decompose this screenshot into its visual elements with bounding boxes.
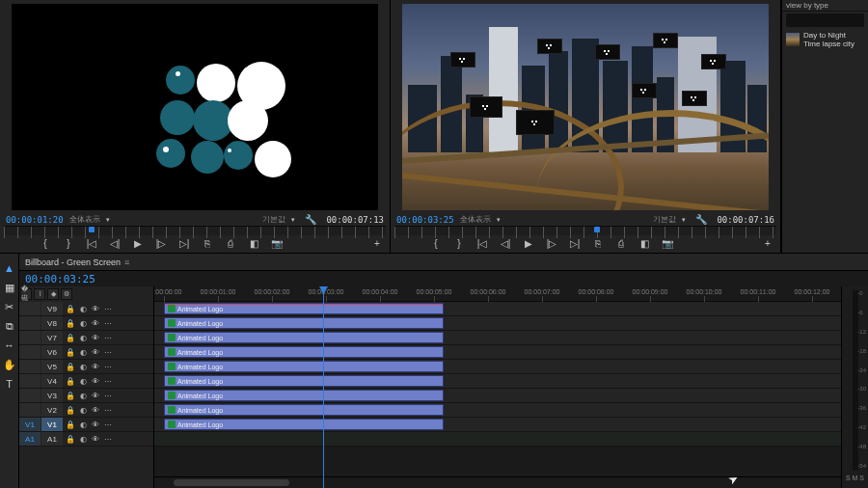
track-header[interactable]: V7🔒◐👁⋯ (19, 331, 153, 345)
track-toggle[interactable]: 👁 (91, 405, 100, 415)
track-toggle[interactable]: 🔒 (66, 391, 75, 400)
export-frame-button[interactable]: ◧ (247, 237, 260, 251)
track-lane[interactable]: Animated Logo (154, 403, 841, 418)
track-toggle[interactable]: ⋯ (103, 318, 113, 328)
snap-toggle[interactable]: �磁 (20, 288, 32, 300)
track-toggle[interactable]: 🔒 (66, 304, 75, 313)
source-scrubber[interactable] (4, 226, 386, 235)
program-res-dropdown[interactable]: 기본값 (653, 214, 676, 225)
source-patch[interactable] (19, 360, 41, 373)
track-lane[interactable]: Animated Logo (154, 389, 841, 403)
track-toggle[interactable]: 🔒 (66, 405, 75, 415)
tool-button[interactable]: ↔ (3, 339, 16, 352)
track-lane[interactable]: Animated Logo (154, 418, 841, 432)
snapshot-button[interactable]: 📷 (661, 237, 674, 251)
source-current-tc[interactable]: 00:00:01:20 (6, 215, 64, 225)
source-zoom-dropdown[interactable]: 全体表示 (69, 214, 100, 225)
track-toggle[interactable]: ◐ (78, 362, 88, 371)
track-toggle[interactable]: 👁 (91, 333, 100, 342)
goto-out-button[interactable]: ▷| (177, 237, 191, 251)
track-toggle[interactable]: 👁 (91, 347, 100, 357)
settings-wrench-icon[interactable]: 🔧 (695, 214, 707, 225)
tool-button[interactable]: ▦ (3, 281, 16, 294)
goto-in-button[interactable]: |◁ (475, 237, 489, 251)
track-toggle[interactable]: 🔒 (66, 376, 75, 386)
track-toggle[interactable]: 🔒 (66, 347, 75, 357)
source-patch[interactable]: V1 (19, 418, 41, 431)
play-button[interactable]: ▶ (522, 237, 535, 251)
track-toggle[interactable]: ⋯ (103, 362, 113, 371)
track-header[interactable]: V1V1🔒◐👁⋯ (19, 418, 153, 432)
clip[interactable]: Animated Logo (164, 332, 444, 343)
timeline-current-tc[interactable]: 00:00:03:25 (25, 273, 95, 285)
clip[interactable]: Animated Logo (164, 361, 444, 372)
step-fwd-button[interactable]: |▷ (154, 237, 168, 251)
snapshot-button[interactable]: 📷 (270, 237, 284, 251)
track-toggle[interactable]: ◐ (78, 304, 88, 313)
track-toggle[interactable]: ◐ (78, 333, 88, 342)
play-button[interactable]: ▶ (131, 237, 145, 251)
source-patch[interactable] (19, 403, 41, 417)
track-toggle[interactable]: ⋯ (103, 391, 113, 400)
track-target[interactable]: V8 (41, 316, 63, 330)
mute-toggle[interactable]: ⋯ (103, 434, 113, 444)
track-target[interactable]: V6 (41, 345, 63, 359)
mute-toggle[interactable]: ◐ (78, 434, 88, 444)
linked-sel-toggle[interactable]: ⌇ (34, 288, 45, 300)
track-header[interactable]: V9🔒◐👁⋯ (19, 302, 153, 316)
close-tab-icon[interactable]: ≡ (124, 258, 129, 267)
project-item[interactable]: Day to Night Time lapse city (782, 29, 868, 50)
tool-button[interactable]: ✂ (3, 300, 16, 313)
track-header[interactable]: A1A1🔒◐👁⋯ (19, 432, 153, 447)
tool-button[interactable]: T (3, 377, 16, 391)
track-target[interactable]: V9 (41, 302, 63, 315)
settings-wrench-icon[interactable]: 🔧 (305, 214, 316, 225)
mark-in-button[interactable]: { (429, 237, 443, 251)
goto-in-button[interactable]: |◁ (85, 237, 98, 251)
source-patch[interactable]: A1 (19, 432, 41, 446)
step-back-button[interactable]: ◁| (108, 237, 122, 251)
step-back-button[interactable]: ◁| (499, 237, 512, 251)
track-toggle[interactable]: ⋯ (103, 376, 113, 386)
clip[interactable]: Animated Logo (164, 390, 444, 401)
track-target[interactable]: V7 (41, 331, 63, 344)
tool-button[interactable]: ⧉ (3, 319, 16, 333)
track-header[interactable]: V5🔒◐👁⋯ (19, 360, 153, 374)
track-header[interactable]: V2🔒◐👁⋯ (19, 403, 153, 418)
insert-button[interactable]: ⎘ (201, 237, 214, 251)
program-scrubber[interactable] (394, 226, 776, 235)
track-toggle[interactable]: 🔒 (66, 333, 75, 342)
track-toggle[interactable]: ⋯ (103, 333, 113, 342)
settings-icon[interactable]: ⚙ (61, 288, 72, 300)
mark-in-button[interactable]: { (39, 237, 52, 251)
marker-toggle[interactable]: ◆ (47, 288, 59, 300)
sequence-tab[interactable]: Billboard - Green Screen ≡ (19, 254, 868, 271)
mark-out-button[interactable]: } (62, 237, 75, 251)
export-frame-button[interactable]: ◧ (637, 237, 651, 251)
track-target[interactable]: V1 (41, 418, 63, 431)
track-toggle[interactable]: ⋯ (103, 304, 113, 313)
program-current-tc[interactable]: 00:00:03:25 (396, 215, 454, 225)
tracks-canvas[interactable]: 00:00:00:0000:00:01:0000:00:02:0000:00:0… (154, 286, 841, 488)
track-toggle[interactable]: 🔒 (66, 420, 75, 429)
track-header[interactable]: V3🔒◐👁⋯ (19, 389, 153, 403)
mute-toggle[interactable]: 🔒 (66, 434, 75, 444)
project-search-input[interactable] (786, 14, 864, 27)
button-editor-plus[interactable]: + (370, 237, 384, 251)
mute-toggle[interactable]: 👁 (91, 434, 100, 444)
track-toggle[interactable]: 👁 (91, 304, 100, 313)
track-target[interactable]: A1 (41, 432, 63, 446)
timeline-playhead[interactable] (323, 286, 324, 488)
track-toggle[interactable]: ◐ (78, 376, 88, 386)
lift-button[interactable]: ⎘ (591, 237, 605, 251)
track-toggle[interactable]: ◐ (78, 391, 88, 400)
track-lane[interactable]: Animated Logo (154, 345, 841, 360)
extract-button[interactable]: ⎙ (614, 237, 628, 251)
source-res-dropdown[interactable]: 기본값 (262, 214, 285, 225)
clip[interactable]: Animated Logo (164, 404, 444, 416)
clip[interactable]: Animated Logo (164, 419, 444, 430)
track-target[interactable]: V2 (41, 403, 63, 417)
track-toggle[interactable]: ⋯ (103, 420, 113, 429)
clip[interactable]: Animated Logo (164, 317, 444, 329)
track-toggle[interactable]: ⋯ (103, 347, 113, 357)
